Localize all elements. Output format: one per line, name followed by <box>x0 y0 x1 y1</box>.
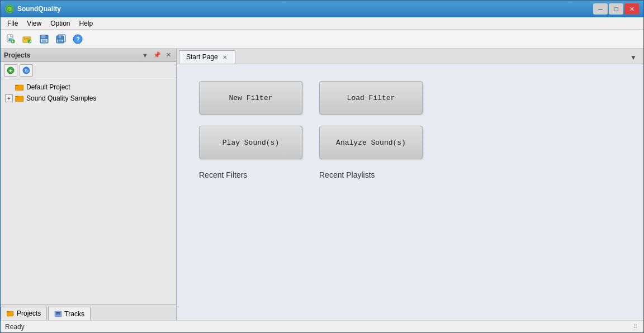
svg-text:♪: ♪ <box>8 7 10 11</box>
svg-text:+: + <box>12 39 14 43</box>
status-text: Ready <box>5 323 25 331</box>
menu-bar: File View Option Help <box>1 17 643 30</box>
play-sounds-button[interactable]: Play Sound(s) <box>199 126 302 159</box>
svg-rect-14 <box>41 35 45 38</box>
svg-rect-32 <box>56 312 60 313</box>
close-button[interactable]: ✕ <box>624 3 639 15</box>
title-bar: ♪ SoundQuality ─ □ ✕ <box>1 1 643 17</box>
recent-filters-label: Recent Filters <box>199 170 302 179</box>
menu-file[interactable]: File <box>3 18 22 28</box>
main-area: Projects ▼ 📌 ✕ + ↻ <box>1 49 643 320</box>
start-btn-col-left: New Filter Play Sound(s) <box>199 81 302 159</box>
start-btn-col-right: Load Filter Analyze Sound(s) <box>319 81 423 159</box>
title-bar-left: ♪ SoundQuality <box>5 4 61 13</box>
minimize-button[interactable]: ─ <box>593 3 608 15</box>
tree-item-default-project[interactable]: Default Project <box>1 82 176 93</box>
panel-footer: Projects Tracks <box>1 305 176 320</box>
save-all-button[interactable] <box>53 32 69 46</box>
right-panel: Start Page ✕ ▼ New Filter Play Sound(s) … <box>177 49 643 320</box>
open-button[interactable]: ↗ <box>20 32 35 46</box>
status-bar: Ready ⠿ <box>1 320 643 332</box>
panel-header: Projects ▼ 📌 ✕ <box>1 49 176 62</box>
maximize-button[interactable]: □ <box>609 3 623 15</box>
svg-text:↻: ↻ <box>25 68 29 74</box>
tree-expander-2[interactable]: + <box>5 94 13 102</box>
folder-icon-2 <box>15 94 24 103</box>
menu-option[interactable]: Option <box>46 18 74 28</box>
svg-rect-16 <box>42 40 46 42</box>
start-page-buttons: New Filter Play Sound(s) Load Filter Ana… <box>199 81 621 159</box>
tab-start-page[interactable]: Start Page ✕ <box>179 50 235 64</box>
tree-label-sound-quality-samples: Sound Quality Samples <box>26 94 96 102</box>
tab-tracks[interactable]: Tracks <box>48 307 91 320</box>
left-panel: Projects ▼ 📌 ✕ + ↻ <box>1 49 177 320</box>
status-grip: ⠿ <box>631 323 639 331</box>
save-button[interactable] <box>36 32 52 46</box>
load-filter-button[interactable]: Load Filter <box>319 81 423 115</box>
help-button[interactable]: ? <box>70 32 86 46</box>
add-project-button[interactable]: + <box>4 64 17 77</box>
svg-rect-3 <box>8 38 12 39</box>
menu-help[interactable]: Help <box>75 18 98 28</box>
new-button[interactable]: + <box>3 32 18 46</box>
svg-rect-5 <box>8 40 11 41</box>
window-title: SoundQuality <box>17 5 61 13</box>
panel-pin-button[interactable]: 📌 <box>151 51 163 59</box>
panel-controls: ▼ 📌 ✕ <box>140 51 173 59</box>
menu-view[interactable]: View <box>22 18 46 28</box>
svg-text:+: + <box>9 68 12 74</box>
title-bar-controls: ─ □ ✕ <box>593 3 639 15</box>
tree-label-default-project: Default Project <box>26 83 70 91</box>
analyze-sounds-button[interactable]: Analyze Sound(s) <box>319 126 423 159</box>
svg-rect-33 <box>56 313 60 314</box>
svg-rect-34 <box>56 315 60 315</box>
projects-tab-label: Projects <box>17 310 41 317</box>
app-icon: ♪ <box>5 4 14 13</box>
start-page-sections: Recent Filters Recent Playlists <box>199 170 621 179</box>
folder-icon-1 <box>15 83 24 92</box>
panel-dropdown-button[interactable]: ▼ <box>140 51 150 59</box>
panel-close-button[interactable]: ✕ <box>164 51 173 59</box>
new-filter-button[interactable]: New Filter <box>199 81 302 115</box>
tree-expander-1 <box>5 83 13 91</box>
recent-playlists-label: Recent Playlists <box>319 170 423 179</box>
tab-bar-dropdown-button[interactable]: ▼ <box>626 51 641 64</box>
tree-item-sound-quality-samples[interactable]: + Sound Quality Samples <box>1 93 176 104</box>
project-tree: Default Project + Sound Quality Samples <box>1 79 176 305</box>
main-window: ♪ SoundQuality ─ □ ✕ File View Option He… <box>0 0 644 333</box>
tab-bar-left: Start Page ✕ <box>179 50 235 64</box>
svg-text:?: ? <box>77 36 80 42</box>
tracks-tab-icon <box>54 310 62 318</box>
tab-start-page-label: Start Page <box>186 53 218 61</box>
projects-tab-icon <box>7 310 15 317</box>
tracks-tab-label: Tracks <box>64 310 84 318</box>
tab-projects[interactable]: Projects <box>1 307 47 320</box>
refresh-button[interactable]: ↻ <box>20 64 33 77</box>
panel-title: Projects <box>4 51 30 59</box>
tab-bar: Start Page ✕ ▼ <box>177 49 643 64</box>
svg-text:↗: ↗ <box>29 39 32 43</box>
tab-close-button[interactable]: ✕ <box>221 54 228 60</box>
panel-toolbar: + ↻ <box>1 62 176 79</box>
toolbar: + ↗ <box>1 30 643 49</box>
start-page: New Filter Play Sound(s) Load Filter Ana… <box>177 64 643 320</box>
